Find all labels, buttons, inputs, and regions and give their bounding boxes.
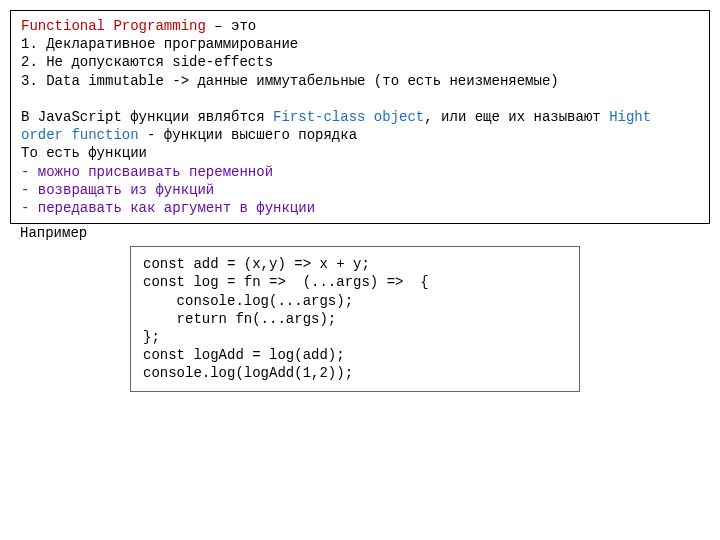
notes-box: Functional Programming – это 1. Декларат… [10,10,710,224]
that-is: То есть функции [21,144,699,162]
code-line-5: return fn(...args); [143,310,567,328]
point-2: 2. Не допускаются side-effects [21,53,699,71]
fp-title: Functional Programming [21,18,206,34]
title-line: Functional Programming – это [21,17,699,35]
point-1: 1. Декларативное программирование [21,35,699,53]
point-3: 3. Data immutable -> данные иммутабельны… [21,72,699,90]
bullet-pass: - передавать как аргумент в функции [21,199,699,217]
fp-title-suffix: – это [206,18,256,34]
code-line-8: const logAdd = log(add); [143,346,567,364]
code-line-6: }; [143,328,567,346]
code-line-3: const log = fn => (...args) => { [143,273,567,291]
code-box: const add = (x,y) => x + y; const log = … [130,246,580,391]
bullet-return: - возвращать из функций [21,181,699,199]
example-label: Например [10,224,710,242]
code-line-4: console.log(...args); [143,292,567,310]
code-line-9: console.log(logAdd(1,2)); [143,364,567,382]
code-line-1: const add = (x,y) => x + y; [143,255,567,273]
paragraph-js: В JavaScript функции являбтся First-clas… [21,108,699,144]
bullet-assign: - можно присваивать переменной [21,163,699,181]
first-class-object: First-class object [273,109,424,125]
